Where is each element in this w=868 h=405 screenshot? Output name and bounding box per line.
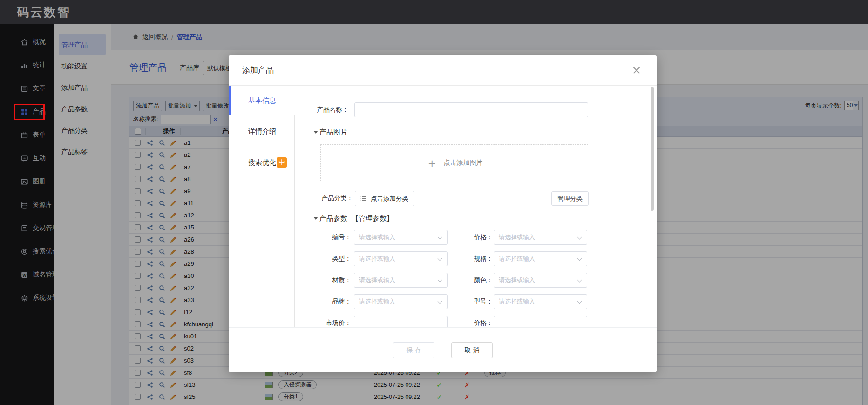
param-select[interactable]: 请选择或输入 <box>354 273 448 288</box>
chevron-down-icon <box>438 235 442 240</box>
product-name-label: 产品名称： <box>257 102 348 117</box>
collapse-caret-icon[interactable] <box>313 131 318 134</box>
tab-seo[interactable]: 搜索优化 <box>248 153 276 172</box>
param-section-title: 产品参数 <box>319 211 347 225</box>
param-select[interactable]: 请选择或输入 <box>354 294 448 309</box>
category-label: 产品分类： <box>285 191 353 206</box>
param-row: 材质：请选择或输入颜色：请选择或输入 <box>229 273 657 288</box>
param-select[interactable]: 请选择或输入 <box>354 251 448 266</box>
add-category-button[interactable]: 点击添加分类 <box>355 191 414 206</box>
close-icon[interactable] <box>630 64 643 77</box>
add-product-modal: 添加产品 基本信息 详情介绍 搜索优化 中 产品名称： 产品图片 ＋ 点击添加图… <box>229 55 657 372</box>
modal-footer: 保 存 取 消 <box>229 327 657 372</box>
chevron-down-icon <box>438 256 442 261</box>
list-icon <box>360 196 367 202</box>
modal-title: 添加产品 <box>242 55 274 85</box>
param-select[interactable]: 请选择或输入 <box>494 273 587 288</box>
modal-scrollbar[interactable] <box>651 87 654 211</box>
param-select[interactable]: 请选择或输入 <box>354 230 448 245</box>
param-label: 编号： <box>285 230 351 245</box>
image-upload-text: 点击添加图片 <box>444 159 483 167</box>
param-grid: 编号：请选择或输入价格：请选择或输入类型：请选择或输入规格：请选择或输入材质：请… <box>229 230 657 337</box>
cancel-button[interactable]: 取 消 <box>451 342 493 358</box>
manage-params-link[interactable]: 【管理参数】 <box>352 211 393 225</box>
chevron-down-icon <box>577 299 582 304</box>
tab-detail-intro[interactable]: 详情介绍 <box>248 122 276 141</box>
manage-category-button[interactable]: 管理分类 <box>551 191 589 206</box>
image-upload-dropzone[interactable]: ＋ 点击添加图片 <box>320 144 588 181</box>
seo-badge: 中 <box>277 157 287 168</box>
product-name-input[interactable] <box>354 102 588 117</box>
param-label: 颜色： <box>443 273 493 288</box>
param-label: 规格： <box>443 251 493 266</box>
chevron-down-icon <box>577 278 582 283</box>
active-tab-indicator <box>229 86 231 115</box>
param-select[interactable]: 请选择或输入 <box>494 294 587 309</box>
param-row: 编号：请选择或输入价格：请选择或输入 <box>229 230 657 245</box>
param-select[interactable]: 请选择或输入 <box>494 230 587 245</box>
image-section-title: 产品图片 <box>319 125 347 139</box>
param-label: 价格： <box>443 230 493 245</box>
chevron-down-icon <box>577 235 582 240</box>
param-label: 类型： <box>285 251 351 266</box>
chevron-down-icon <box>577 256 582 261</box>
param-label: 品牌： <box>285 294 351 309</box>
param-label: 材质： <box>285 273 351 288</box>
annotation-highlight-box <box>14 104 45 120</box>
param-label: 型号： <box>443 294 493 309</box>
collapse-caret-icon[interactable] <box>313 217 318 220</box>
save-button[interactable]: 保 存 <box>393 342 434 358</box>
param-row: 品牌：请选择或输入型号：请选择或输入 <box>229 294 657 309</box>
chevron-down-icon <box>438 278 442 283</box>
plus-icon: ＋ <box>426 157 438 169</box>
param-row: 类型：请选择或输入规格：请选择或输入 <box>229 251 657 266</box>
param-select[interactable]: 请选择或输入 <box>494 251 587 266</box>
chevron-down-icon <box>438 299 442 304</box>
